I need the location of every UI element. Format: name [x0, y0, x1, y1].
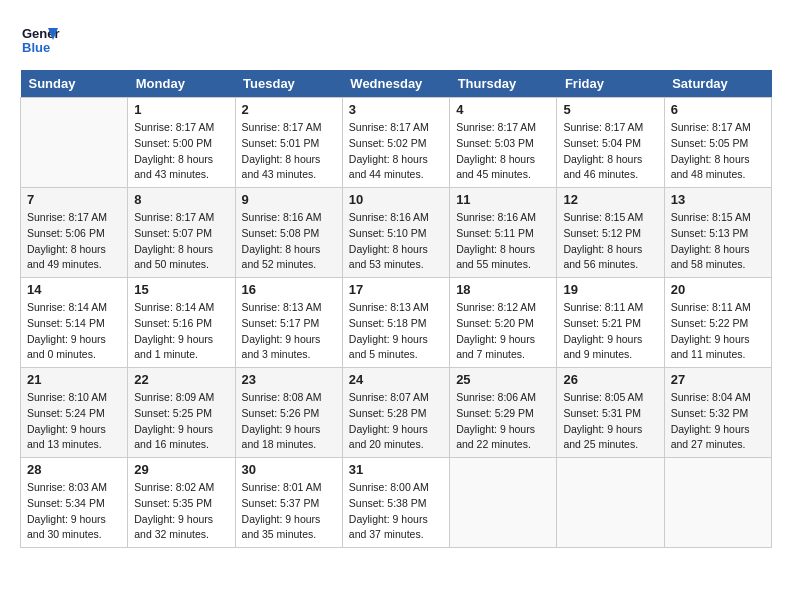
calendar-cell: 11Sunrise: 8:16 AMSunset: 5:11 PMDayligh…	[450, 188, 557, 278]
day-number: 23	[242, 372, 336, 387]
calendar-table: SundayMondayTuesdayWednesdayThursdayFrid…	[20, 70, 772, 548]
day-info: Sunrise: 8:13 AMSunset: 5:18 PMDaylight:…	[349, 300, 443, 363]
day-number: 22	[134, 372, 228, 387]
day-number: 17	[349, 282, 443, 297]
day-info: Sunrise: 8:16 AMSunset: 5:08 PMDaylight:…	[242, 210, 336, 273]
day-number: 3	[349, 102, 443, 117]
calendar-cell: 5Sunrise: 8:17 AMSunset: 5:04 PMDaylight…	[557, 98, 664, 188]
day-number: 24	[349, 372, 443, 387]
calendar-cell: 15Sunrise: 8:14 AMSunset: 5:16 PMDayligh…	[128, 278, 235, 368]
day-info: Sunrise: 8:17 AMSunset: 5:01 PMDaylight:…	[242, 120, 336, 183]
day-info: Sunrise: 8:17 AMSunset: 5:05 PMDaylight:…	[671, 120, 765, 183]
calendar-cell: 22Sunrise: 8:09 AMSunset: 5:25 PMDayligh…	[128, 368, 235, 458]
calendar-cell: 27Sunrise: 8:04 AMSunset: 5:32 PMDayligh…	[664, 368, 771, 458]
calendar-cell: 23Sunrise: 8:08 AMSunset: 5:26 PMDayligh…	[235, 368, 342, 458]
logo: General Blue	[20, 20, 60, 60]
day-info: Sunrise: 8:06 AMSunset: 5:29 PMDaylight:…	[456, 390, 550, 453]
week-row-4: 21Sunrise: 8:10 AMSunset: 5:24 PMDayligh…	[21, 368, 772, 458]
calendar-cell: 6Sunrise: 8:17 AMSunset: 5:05 PMDaylight…	[664, 98, 771, 188]
calendar-cell: 31Sunrise: 8:00 AMSunset: 5:38 PMDayligh…	[342, 458, 449, 548]
day-info: Sunrise: 8:14 AMSunset: 5:16 PMDaylight:…	[134, 300, 228, 363]
week-row-5: 28Sunrise: 8:03 AMSunset: 5:34 PMDayligh…	[21, 458, 772, 548]
calendar-cell	[664, 458, 771, 548]
calendar-cell: 4Sunrise: 8:17 AMSunset: 5:03 PMDaylight…	[450, 98, 557, 188]
calendar-cell: 25Sunrise: 8:06 AMSunset: 5:29 PMDayligh…	[450, 368, 557, 458]
day-info: Sunrise: 8:17 AMSunset: 5:07 PMDaylight:…	[134, 210, 228, 273]
week-row-2: 7Sunrise: 8:17 AMSunset: 5:06 PMDaylight…	[21, 188, 772, 278]
calendar-cell: 13Sunrise: 8:15 AMSunset: 5:13 PMDayligh…	[664, 188, 771, 278]
day-number: 6	[671, 102, 765, 117]
column-header-thursday: Thursday	[450, 70, 557, 98]
day-info: Sunrise: 8:00 AMSunset: 5:38 PMDaylight:…	[349, 480, 443, 543]
day-number: 13	[671, 192, 765, 207]
day-info: Sunrise: 8:17 AMSunset: 5:03 PMDaylight:…	[456, 120, 550, 183]
day-info: Sunrise: 8:17 AMSunset: 5:00 PMDaylight:…	[134, 120, 228, 183]
column-header-wednesday: Wednesday	[342, 70, 449, 98]
week-row-3: 14Sunrise: 8:14 AMSunset: 5:14 PMDayligh…	[21, 278, 772, 368]
calendar-cell: 21Sunrise: 8:10 AMSunset: 5:24 PMDayligh…	[21, 368, 128, 458]
day-info: Sunrise: 8:11 AMSunset: 5:22 PMDaylight:…	[671, 300, 765, 363]
calendar-cell: 19Sunrise: 8:11 AMSunset: 5:21 PMDayligh…	[557, 278, 664, 368]
day-info: Sunrise: 8:01 AMSunset: 5:37 PMDaylight:…	[242, 480, 336, 543]
page-header: General Blue	[20, 20, 772, 60]
column-header-friday: Friday	[557, 70, 664, 98]
column-header-tuesday: Tuesday	[235, 70, 342, 98]
day-info: Sunrise: 8:07 AMSunset: 5:28 PMDaylight:…	[349, 390, 443, 453]
day-number: 7	[27, 192, 121, 207]
day-info: Sunrise: 8:15 AMSunset: 5:13 PMDaylight:…	[671, 210, 765, 273]
calendar-cell: 1Sunrise: 8:17 AMSunset: 5:00 PMDaylight…	[128, 98, 235, 188]
calendar-cell: 3Sunrise: 8:17 AMSunset: 5:02 PMDaylight…	[342, 98, 449, 188]
calendar-cell: 20Sunrise: 8:11 AMSunset: 5:22 PMDayligh…	[664, 278, 771, 368]
calendar-cell: 16Sunrise: 8:13 AMSunset: 5:17 PMDayligh…	[235, 278, 342, 368]
logo-icon: General Blue	[20, 20, 60, 60]
day-info: Sunrise: 8:17 AMSunset: 5:02 PMDaylight:…	[349, 120, 443, 183]
day-info: Sunrise: 8:12 AMSunset: 5:20 PMDaylight:…	[456, 300, 550, 363]
day-number: 31	[349, 462, 443, 477]
day-info: Sunrise: 8:17 AMSunset: 5:04 PMDaylight:…	[563, 120, 657, 183]
calendar-cell: 7Sunrise: 8:17 AMSunset: 5:06 PMDaylight…	[21, 188, 128, 278]
day-info: Sunrise: 8:03 AMSunset: 5:34 PMDaylight:…	[27, 480, 121, 543]
header-row: SundayMondayTuesdayWednesdayThursdayFrid…	[21, 70, 772, 98]
calendar-cell	[21, 98, 128, 188]
day-number: 15	[134, 282, 228, 297]
calendar-cell: 28Sunrise: 8:03 AMSunset: 5:34 PMDayligh…	[21, 458, 128, 548]
day-info: Sunrise: 8:17 AMSunset: 5:06 PMDaylight:…	[27, 210, 121, 273]
day-number: 19	[563, 282, 657, 297]
calendar-cell: 24Sunrise: 8:07 AMSunset: 5:28 PMDayligh…	[342, 368, 449, 458]
day-info: Sunrise: 8:11 AMSunset: 5:21 PMDaylight:…	[563, 300, 657, 363]
day-number: 2	[242, 102, 336, 117]
calendar-cell: 12Sunrise: 8:15 AMSunset: 5:12 PMDayligh…	[557, 188, 664, 278]
svg-text:Blue: Blue	[22, 40, 50, 55]
day-number: 27	[671, 372, 765, 387]
calendar-cell: 10Sunrise: 8:16 AMSunset: 5:10 PMDayligh…	[342, 188, 449, 278]
day-info: Sunrise: 8:14 AMSunset: 5:14 PMDaylight:…	[27, 300, 121, 363]
day-number: 26	[563, 372, 657, 387]
day-info: Sunrise: 8:08 AMSunset: 5:26 PMDaylight:…	[242, 390, 336, 453]
day-number: 14	[27, 282, 121, 297]
day-number: 4	[456, 102, 550, 117]
day-number: 28	[27, 462, 121, 477]
day-number: 12	[563, 192, 657, 207]
day-number: 30	[242, 462, 336, 477]
calendar-cell: 30Sunrise: 8:01 AMSunset: 5:37 PMDayligh…	[235, 458, 342, 548]
day-info: Sunrise: 8:05 AMSunset: 5:31 PMDaylight:…	[563, 390, 657, 453]
day-number: 10	[349, 192, 443, 207]
calendar-cell: 17Sunrise: 8:13 AMSunset: 5:18 PMDayligh…	[342, 278, 449, 368]
calendar-cell: 18Sunrise: 8:12 AMSunset: 5:20 PMDayligh…	[450, 278, 557, 368]
day-info: Sunrise: 8:10 AMSunset: 5:24 PMDaylight:…	[27, 390, 121, 453]
column-header-sunday: Sunday	[21, 70, 128, 98]
calendar-cell	[557, 458, 664, 548]
calendar-cell: 2Sunrise: 8:17 AMSunset: 5:01 PMDaylight…	[235, 98, 342, 188]
day-number: 8	[134, 192, 228, 207]
day-number: 25	[456, 372, 550, 387]
calendar-cell: 29Sunrise: 8:02 AMSunset: 5:35 PMDayligh…	[128, 458, 235, 548]
day-info: Sunrise: 8:04 AMSunset: 5:32 PMDaylight:…	[671, 390, 765, 453]
week-row-1: 1Sunrise: 8:17 AMSunset: 5:00 PMDaylight…	[21, 98, 772, 188]
day-info: Sunrise: 8:16 AMSunset: 5:11 PMDaylight:…	[456, 210, 550, 273]
day-number: 18	[456, 282, 550, 297]
day-number: 1	[134, 102, 228, 117]
day-number: 16	[242, 282, 336, 297]
day-number: 11	[456, 192, 550, 207]
day-number: 9	[242, 192, 336, 207]
calendar-cell: 14Sunrise: 8:14 AMSunset: 5:14 PMDayligh…	[21, 278, 128, 368]
